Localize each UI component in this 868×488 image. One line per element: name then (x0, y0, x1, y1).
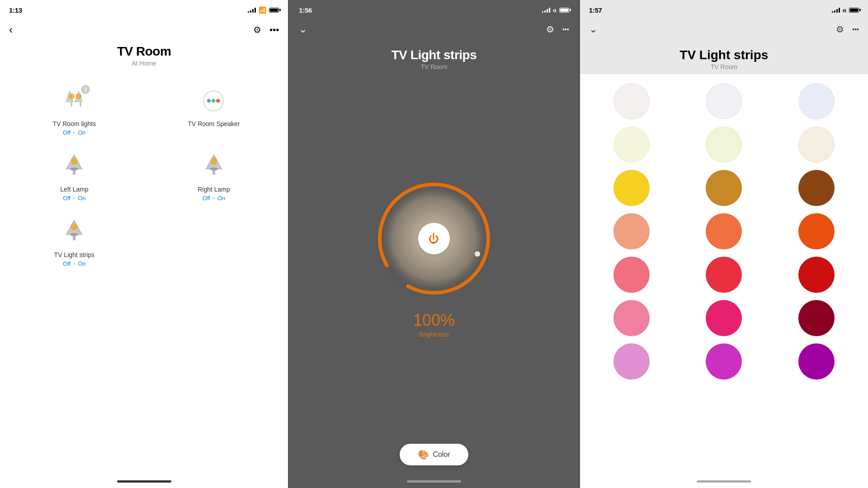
device-tv-room-lights[interactable]: 3 TV Room lights Off On (5, 78, 144, 143)
status-off-lights[interactable]: Off (63, 129, 71, 136)
color-swatch-9[interactable] (613, 213, 650, 249)
color-swatch-20[interactable] (798, 343, 835, 380)
color-swatch-13[interactable] (706, 257, 742, 293)
strips-title-3: TV Light strips (589, 48, 859, 62)
status-dot-lights (73, 132, 75, 134)
power-button[interactable]: ⏻ (418, 223, 450, 254)
gear-icon-2[interactable]: ⚙ (546, 24, 554, 35)
more-icon-1[interactable]: ••• (269, 25, 279, 35)
color-swatch-12[interactable] (613, 257, 650, 293)
svg-point-5 (76, 93, 82, 99)
panel1-title: TV Room At Home (0, 40, 288, 69)
brightness-dial[interactable]: ⏻ (366, 171, 502, 306)
color-swatch-1[interactable] (706, 83, 742, 119)
battery-icon-2 (559, 8, 569, 13)
svg-point-17 (210, 157, 217, 164)
panel1-header: ‹ ⚙ ••• (0, 20, 288, 40)
device-name-right-lamp: Right Lamp (198, 186, 230, 193)
home-indicator-3 (580, 474, 868, 488)
panel2-header: ⌄ ⚙ ••• (290, 20, 578, 39)
room-title: TV Room (9, 44, 279, 59)
device-status-tv-strips: Off On (63, 260, 85, 267)
more-icon-3[interactable]: ••• (852, 26, 859, 33)
back-button[interactable]: ‹ (9, 23, 13, 36)
panel3-header: ⌄ ⚙ ••• (580, 20, 868, 39)
left-lamp-icon (63, 154, 85, 179)
panel3-title: TV Light strips TV Room (580, 39, 868, 74)
panel3-header-icons: ⚙ ••• (836, 24, 859, 35)
color-swatch-3[interactable] (613, 127, 650, 163)
status-bar-1: 1:13 📶 (0, 0, 288, 20)
status-bar-3: 1:57 𝛂 (580, 0, 868, 20)
color-swatch-8[interactable] (798, 170, 835, 206)
strips-title-2: TV Light strips (299, 48, 569, 62)
color-swatch-10[interactable] (706, 213, 742, 249)
svg-rect-4 (80, 102, 81, 106)
color-swatch-16[interactable] (706, 300, 742, 336)
gear-icon-1[interactable]: ⚙ (253, 24, 261, 35)
device-icon-wrap-right-lamp (198, 150, 230, 182)
status-on-lights[interactable]: On (78, 129, 85, 136)
gear-icon-3[interactable]: ⚙ (836, 24, 844, 35)
color-grid (589, 83, 859, 380)
brightness-value: 100% Brightness (413, 311, 455, 338)
chevron-down-icon-2[interactable]: ⌄ (299, 23, 307, 35)
device-icon-wrap-strips (58, 216, 90, 248)
home-bar-3 (697, 480, 751, 483)
status-off-tv-strips[interactable]: Off (63, 260, 71, 267)
color-swatch-19[interactable] (706, 343, 742, 380)
color-swatch-0[interactable] (613, 83, 650, 119)
device-name-left-lamp: Left Lamp (60, 186, 88, 193)
status-dot-left-lamp (73, 197, 75, 199)
device-icon-wrap-speaker (198, 85, 230, 117)
color-swatch-17[interactable] (798, 300, 835, 336)
color-swatch-5[interactable] (798, 127, 835, 163)
device-speaker[interactable]: TV Room Speaker (144, 78, 284, 143)
status-off-left-lamp[interactable]: Off (63, 195, 71, 202)
panel-brightness: 1:56 𝛂 ⌄ ⚙ ••• TV Light strips TV Room (290, 0, 578, 488)
right-lamp-icon (203, 154, 225, 179)
wifi-icon-2: 𝛂 (553, 6, 557, 14)
status-bar-2: 1:56 𝛂 (290, 0, 578, 20)
status-time-2: 1:56 (299, 6, 312, 14)
signal-icon-2 (542, 7, 550, 13)
status-off-right-lamp[interactable]: Off (203, 195, 210, 202)
color-swatch-2[interactable] (798, 83, 835, 119)
color-swatch-15[interactable] (613, 300, 650, 336)
home-indicator-1 (0, 474, 288, 488)
status-on-tv-strips[interactable]: On (78, 260, 85, 267)
color-swatch-18[interactable] (613, 343, 650, 380)
panel2-title: TV Light strips TV Room (290, 39, 578, 74)
device-right-lamp[interactable]: Right Lamp Off On (144, 143, 284, 209)
wifi-icon-3: 𝛂 (843, 6, 846, 14)
chevron-down-icon-3[interactable]: ⌄ (589, 23, 597, 35)
svg-point-13 (71, 157, 78, 164)
svg-point-2 (69, 93, 75, 99)
svg-point-21 (71, 223, 78, 230)
battery-icon-1 (269, 8, 279, 13)
device-status-left-lamp: Off On (63, 195, 85, 202)
color-btn-wrap: 🎨 Color (290, 435, 578, 474)
status-on-right-lamp[interactable]: On (217, 195, 225, 202)
svg-point-16 (210, 167, 218, 170)
power-icon: ⏻ (429, 232, 439, 245)
color-swatch-4[interactable] (706, 127, 742, 163)
device-badge-lights: 3 (81, 85, 90, 94)
panel-color-picker: 1:57 𝛂 ⌄ ⚙ ••• TV Light strips TV Room (580, 0, 868, 488)
color-swatch-6[interactable] (613, 170, 650, 206)
device-tv-light-strips[interactable]: TV Light strips Off On (5, 209, 144, 274)
more-icon-2[interactable]: ••• (562, 26, 569, 33)
status-on-left-lamp[interactable]: On (78, 195, 85, 202)
svg-point-8 (212, 99, 215, 102)
color-swatch-7[interactable] (706, 170, 742, 206)
svg-point-7 (207, 99, 211, 102)
status-icons-3: 𝛂 (832, 6, 859, 14)
status-icons-1: 📶 (248, 6, 279, 14)
color-button[interactable]: 🎨 Color (400, 444, 468, 465)
color-swatch-14[interactable] (798, 257, 835, 293)
signal-icon-3 (832, 7, 840, 13)
device-status-lights: Off On (63, 129, 85, 136)
color-swatch-11[interactable] (798, 213, 835, 249)
svg-point-9 (216, 99, 220, 102)
device-left-lamp[interactable]: Left Lamp Off On (5, 143, 144, 209)
